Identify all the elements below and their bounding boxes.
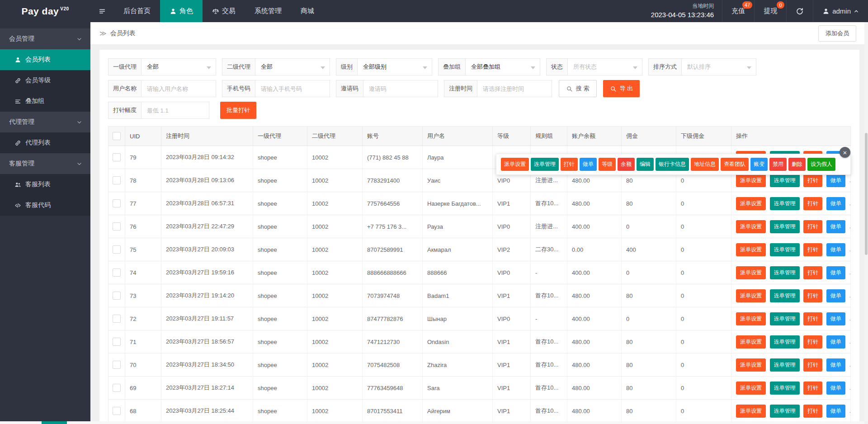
dispatch-settings-button[interactable]: 派单设置 [736,405,766,418]
make-order-button[interactable]: 做单 [826,174,845,187]
export-button[interactable]: 导 出 [603,80,640,97]
popup-action-button[interactable]: 编辑 [637,158,654,171]
inject-button[interactable]: 打针 [803,289,822,302]
chain-order-button[interactable]: 连单管理 [770,358,800,372]
nav-item[interactable]: 商城 [291,0,324,22]
dispatch-settings-button[interactable]: 派单设置 [736,220,766,233]
filter-select-value[interactable]: 全部 [255,58,330,75]
select-all-checkbox[interactable] [113,132,121,140]
sidebar-item[interactable]: 代理列表 [0,132,90,153]
more-actions-button[interactable]: ... [849,223,851,230]
filter-input[interactable] [142,80,216,97]
batch-inject-button[interactable]: 批量打针 [220,102,256,119]
filter-input[interactable] [255,80,330,97]
dispatch-settings-button[interactable]: 派单设置 [736,358,766,372]
close-popup-button[interactable]: × [840,147,850,158]
inject-button[interactable]: 打针 [803,312,822,325]
recharge-button[interactable]: 充值 47 [722,0,754,22]
row-checkbox[interactable] [113,315,121,323]
more-actions-button[interactable]: ... [849,177,851,184]
make-order-button[interactable]: 做单 [826,243,845,256]
filter-select-value[interactable]: 所有状态 [568,58,642,75]
popup-action-button[interactable]: 余额 [618,158,635,171]
nav-item[interactable]: 交易 [203,0,245,22]
filter-input[interactable] [363,80,438,97]
row-checkbox[interactable] [113,361,121,369]
more-actions-button[interactable]: ... [849,384,851,391]
row-checkbox[interactable] [113,269,121,277]
popup-action-button[interactable]: 打针 [561,158,578,171]
sidebar-item[interactable]: 会员等级 [0,70,90,91]
popup-action-button[interactable]: 银行卡信息 [656,158,689,171]
withdraw-button[interactable]: 提现 0 [754,0,786,22]
dispatch-settings-button[interactable]: 派单设置 [736,243,766,256]
row-checkbox[interactable] [113,222,121,231]
make-order-button[interactable]: 做单 [826,405,845,418]
nav-item[interactable]: 系统管理 [245,0,291,22]
popup-action-button[interactable]: 地址信息 [691,158,719,171]
sidebar-item[interactable]: 会员管理 [0,28,90,49]
row-checkbox[interactable] [113,292,121,300]
row-checkbox[interactable] [113,384,121,392]
chain-order-button[interactable]: 连单管理 [770,382,800,395]
filter-select-value[interactable]: 全部 [142,58,216,75]
more-actions-button[interactable]: ... [849,292,851,299]
scrollbar-thumb[interactable] [865,133,868,255]
search-button[interactable]: 搜 索 [559,80,597,97]
row-checkbox[interactable] [113,153,121,161]
popup-action-button[interactable]: 禁用 [769,158,787,171]
row-checkbox[interactable] [113,338,121,346]
inject-button[interactable]: 打针 [803,220,822,233]
make-order-button[interactable]: 做单 [826,312,845,325]
inject-button[interactable]: 打针 [803,266,822,279]
popup-action-button[interactable]: 等级 [599,158,616,171]
row-checkbox[interactable] [113,245,121,254]
popup-action-button[interactable]: 删除 [788,158,806,171]
sidebar-item[interactable]: 叠加组 [0,91,90,112]
chain-order-button[interactable]: 连单管理 [770,197,800,210]
inject-button[interactable]: 打针 [803,358,822,372]
more-actions-button[interactable]: ... [849,200,851,207]
sidebar-item[interactable]: 客服代码 [0,195,90,216]
dispatch-settings-button[interactable]: 派单设置 [736,289,766,302]
refresh-button[interactable] [786,0,813,22]
dispatch-settings-button[interactable]: 派单设置 [736,312,766,325]
popup-action-button[interactable]: 查看团队 [721,158,749,171]
make-order-button[interactable]: 做单 [826,358,845,372]
make-order-button[interactable]: 做单 [826,197,845,210]
chain-order-button[interactable]: 连单管理 [770,174,800,187]
filter-select-value[interactable]: 全部叠加组 [466,58,540,75]
popup-action-button[interactable]: 设为假人 [807,158,835,171]
nav-item[interactable]: 后台首页 [114,0,160,22]
user-menu[interactable]: admin [813,0,868,22]
inject-button[interactable]: 打针 [803,405,822,418]
inject-button[interactable]: 打针 [803,197,822,210]
inject-button[interactable]: 打针 [803,243,822,256]
make-order-button[interactable]: 做单 [826,382,845,395]
inject-range-input[interactable] [142,102,209,119]
inject-button[interactable]: 打针 [803,174,822,187]
dispatch-settings-button[interactable]: 派单设置 [736,266,766,279]
nav-item[interactable]: 角色 [160,0,203,22]
inject-button[interactable]: 打针 [803,335,822,349]
dispatch-settings-button[interactable]: 派单设置 [736,335,766,349]
dispatch-settings-button[interactable]: 派单设置 [736,174,766,187]
sidebar-item[interactable]: 客服列表 [0,174,90,195]
sidebar-item[interactable]: 会员列表 [0,49,90,70]
chain-order-button[interactable]: 连单管理 [770,266,800,279]
more-actions-button[interactable]: ... [849,338,851,345]
chain-order-button[interactable]: 连单管理 [770,289,800,302]
more-actions-button[interactable]: ... [849,269,851,276]
make-order-button[interactable]: 做单 [826,335,845,349]
make-order-button[interactable]: 做单 [826,289,845,302]
popup-action-button[interactable]: 账变 [750,158,768,171]
page-scrollbar[interactable] [864,22,868,421]
popup-action-button[interactable]: 派单设置 [501,158,529,171]
chain-order-button[interactable]: 连单管理 [770,243,800,256]
sidebar-item[interactable]: 代理管理 [0,112,90,132]
filter-select-value[interactable]: 全部级别 [358,58,432,75]
chain-order-button[interactable]: 连单管理 [770,405,800,418]
chain-order-button[interactable]: 连单管理 [770,335,800,349]
make-order-button[interactable]: 做单 [826,266,845,279]
dispatch-settings-button[interactable]: 派单设置 [736,382,766,395]
